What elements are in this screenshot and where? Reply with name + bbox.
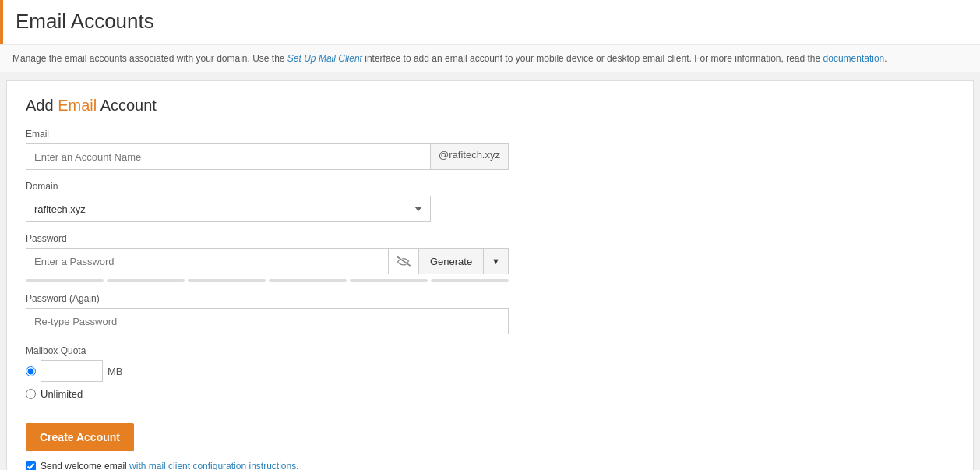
email-name-input[interactable]: [26, 143, 430, 170]
password-again-input[interactable]: [26, 308, 509, 334]
domain-field-group: Domain rafitech.xyz: [26, 181, 954, 222]
welcome-email-row: Send welcome email with mail client conf…: [26, 461, 954, 470]
password-strength-bar: [26, 279, 509, 282]
page-description: Manage the email accounts associated wit…: [0, 44, 980, 72]
password-input-row: Generate ▼: [26, 248, 509, 274]
mailbox-quota-row: 32768 MB Unlimited: [26, 360, 954, 400]
quota-radio-row: 32768 MB: [26, 360, 954, 382]
strength-segment-1: [26, 279, 104, 282]
generate-dropdown-button[interactable]: ▼: [483, 248, 509, 274]
strength-segment-4: [269, 279, 347, 282]
strength-segment-3: [188, 279, 266, 282]
email-label: Email: [26, 129, 954, 140]
unlimited-label[interactable]: Unlimited: [41, 388, 83, 400]
domain-label: Domain: [26, 181, 954, 192]
password-label: Password: [26, 233, 954, 244]
setup-mail-client-link[interactable]: Set Up Mail Client: [287, 53, 362, 64]
email-field-group: Email @rafitech.xyz: [26, 129, 954, 170]
welcome-email-label: Send welcome email with mail client conf…: [41, 461, 299, 470]
create-account-button[interactable]: Create Account: [26, 423, 134, 451]
welcome-email-checkbox[interactable]: [26, 461, 36, 471]
description-text-suffix: .: [884, 53, 887, 64]
email-input-row: @rafitech.xyz: [26, 143, 509, 170]
email-domain-suffix: @rafitech.xyz: [430, 143, 509, 170]
section-title-part2: Account: [97, 97, 157, 114]
description-text-prefix: Manage the email accounts associated wit…: [12, 53, 287, 64]
description-text-middle: interface to add an email account to you…: [362, 53, 823, 64]
unlimited-row: Unlimited: [26, 388, 954, 400]
strength-segment-2: [107, 279, 185, 282]
password-again-field-group: Password (Again): [26, 293, 954, 334]
mailbox-quota-group: Mailbox Quota 32768 MB Unlimited: [26, 345, 954, 400]
welcome-email-prefix: Send welcome email: [41, 461, 129, 470]
password-again-label: Password (Again): [26, 293, 954, 304]
domain-select[interactable]: rafitech.xyz: [26, 196, 431, 222]
generate-button[interactable]: Generate: [418, 248, 483, 274]
password-input[interactable]: [26, 248, 388, 274]
strength-segment-6: [431, 279, 509, 282]
main-content: Add Email Account Email @rafitech.xyz Do…: [6, 80, 974, 470]
quota-number-input[interactable]: 32768: [41, 360, 103, 382]
quota-unlimited-radio[interactable]: [26, 389, 36, 399]
section-title: Add Email Account: [26, 97, 954, 115]
page-header: Email Accounts: [0, 0, 980, 44]
password-toggle-button[interactable]: [388, 248, 418, 274]
documentation-link[interactable]: documentation: [823, 53, 885, 64]
page-title: Email Accounts: [16, 9, 968, 34]
quota-unit: MB: [108, 366, 123, 377]
section-title-part1: Add: [26, 97, 58, 114]
welcome-email-link[interactable]: with mail client configuration instructi…: [129, 461, 296, 470]
password-field-group: Password Generate ▼: [26, 233, 954, 282]
welcome-email-suffix: .: [296, 461, 298, 470]
section-title-highlight: Email: [58, 97, 97, 114]
mailbox-quota-label: Mailbox Quota: [26, 345, 954, 356]
quota-mb-radio[interactable]: [26, 366, 36, 376]
strength-segment-5: [350, 279, 428, 282]
